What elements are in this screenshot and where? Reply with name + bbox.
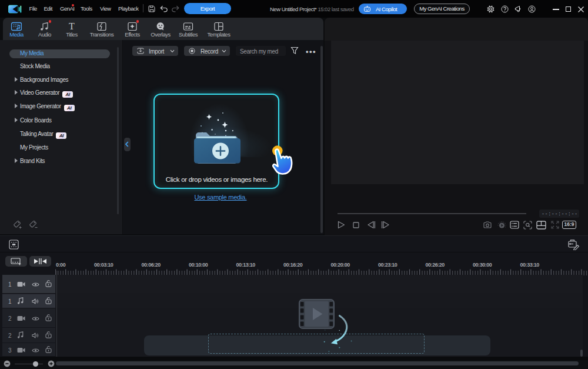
- svg-text:T: T: [69, 22, 75, 31]
